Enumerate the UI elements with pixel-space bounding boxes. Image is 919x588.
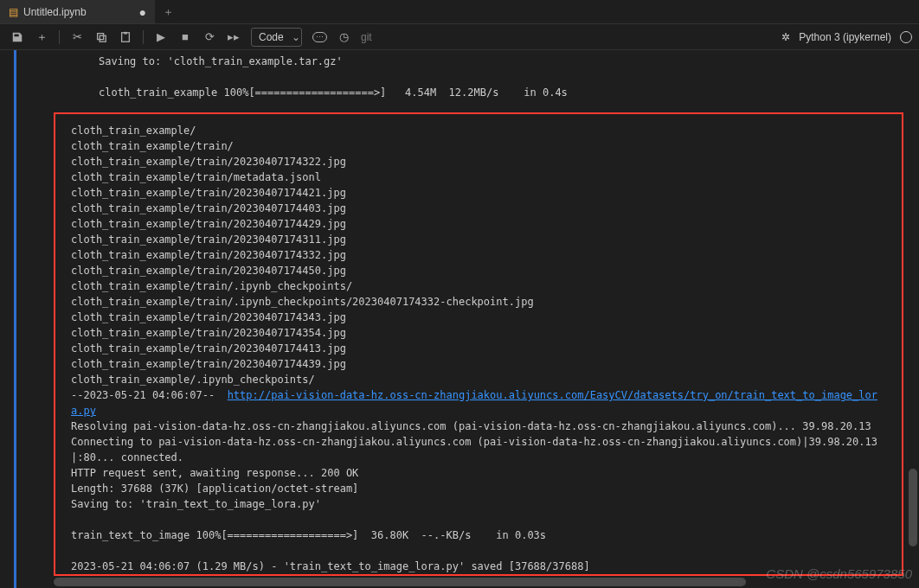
file-tab[interactable]: ▤ Untitled.ipynb ● xyxy=(0,0,156,23)
tab-title: Untitled.ipynb xyxy=(23,6,87,18)
output-text: cloth_train_example/ cloth_train_example… xyxy=(71,123,886,574)
notebook-icon: ▤ xyxy=(9,6,18,18)
add-cell-button[interactable]: ＋ xyxy=(31,27,52,48)
kernel-name[interactable]: Python 3 (ipykernel) xyxy=(799,31,891,43)
copy-button[interactable] xyxy=(91,27,112,48)
git-button[interactable]: git xyxy=(357,27,376,48)
separator xyxy=(143,30,144,44)
dirty-indicator-icon: ● xyxy=(139,5,146,19)
toolbar: ＋ ✂ ▶ ■ ⟳ ▸▸ Code ⋯ ◷ git Python 3 (ipyk… xyxy=(0,24,919,50)
svg-rect-3 xyxy=(124,31,127,34)
timing-button[interactable]: ◷ xyxy=(333,27,354,48)
kernel-status-icon[interactable] xyxy=(900,31,912,43)
scroll-thumb[interactable] xyxy=(54,578,746,586)
vertical-scrollbar[interactable] xyxy=(909,105,917,588)
restart-button[interactable]: ⟳ xyxy=(199,27,220,48)
new-tab-button[interactable]: ＋ xyxy=(156,0,180,23)
bug-icon[interactable] xyxy=(781,30,790,43)
cut-button[interactable]: ✂ xyxy=(67,27,87,48)
svg-rect-0 xyxy=(98,33,104,39)
save-button[interactable] xyxy=(7,27,28,48)
separator xyxy=(59,30,60,44)
cell-type-select[interactable]: Code xyxy=(251,28,302,47)
cell-output-highlighted: cloth_train_example/ cloth_train_example… xyxy=(54,112,903,576)
notebook-content: Saving to: 'cloth_train_example.tar.gz' … xyxy=(0,50,919,588)
stop-button[interactable]: ■ xyxy=(175,27,196,48)
run-all-button[interactable]: ▸▸ xyxy=(223,27,244,48)
cell-selection-bar[interactable] xyxy=(14,50,16,588)
variable-inspector-button[interactable]: ⋯ xyxy=(309,27,330,48)
scroll-thumb[interactable] xyxy=(909,469,917,546)
svg-rect-1 xyxy=(100,35,106,42)
run-button[interactable]: ▶ xyxy=(151,27,171,48)
paste-button[interactable] xyxy=(115,27,136,48)
tab-bar: ▤ Untitled.ipynb ● ＋ xyxy=(0,0,919,24)
horizontal-scrollbar[interactable] xyxy=(54,578,902,586)
